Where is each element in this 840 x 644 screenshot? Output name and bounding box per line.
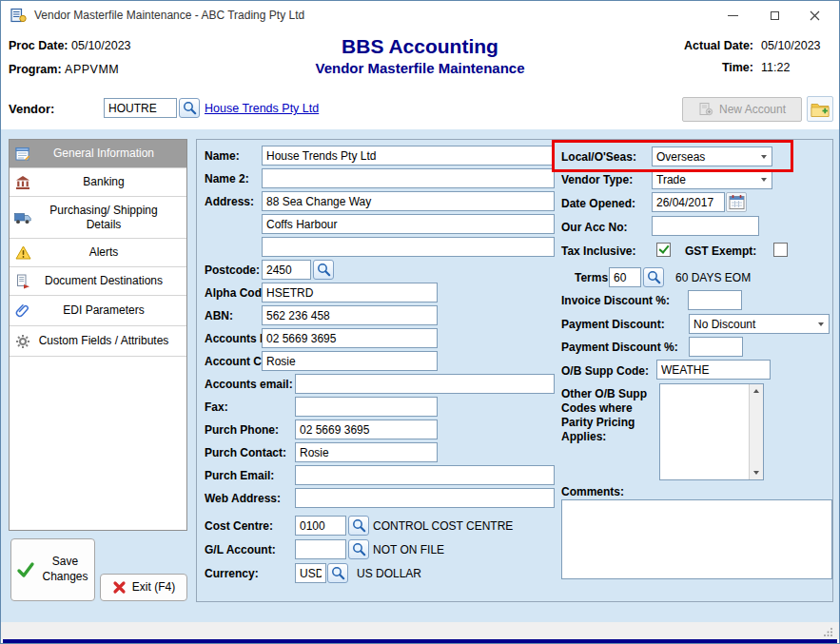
window-title: Vendor Masterfile Maintenance - ABC Trad… — [34, 9, 304, 22]
sidebar-item-custom-fields[interactable]: Custom Fields / Attributes — [10, 326, 186, 357]
sidebar-item-label: Document Destinations — [36, 274, 186, 288]
save-changes-label: Save Changes — [41, 555, 90, 584]
sidebar-item-label: Alerts — [36, 245, 186, 260]
gst-exempt-checkbox[interactable] — [773, 243, 788, 257]
terms-description: 60 DAYS EOM — [675, 271, 751, 284]
web-address-input[interactable] — [295, 488, 555, 508]
gl-account-input[interactable] — [295, 539, 346, 559]
time-label: Time: — [722, 61, 753, 74]
vendor-type-select[interactable]: Trade — [652, 169, 772, 189]
postcode-input[interactable] — [262, 260, 311, 280]
actual-date-label: Actual Date: — [684, 39, 753, 52]
alpha-code-input[interactable] — [262, 283, 438, 302]
resize-grip[interactable] — [824, 627, 833, 636]
local-oseas-value: Overseas — [656, 150, 705, 164]
terms-input[interactable] — [609, 267, 641, 287]
address-label: Address: — [205, 195, 254, 208]
close-button[interactable] — [799, 1, 830, 29]
gl-account-lookup-button[interactable] — [348, 539, 369, 559]
purch-email-input[interactable] — [295, 465, 555, 485]
gl-account-description: NOT ON FILE — [373, 543, 444, 556]
header-right: Actual Date: 05/10/2023 Time: 11:22 — [684, 39, 830, 74]
sidebar-item-label: Banking — [36, 175, 186, 189]
scrollbar[interactable] — [749, 384, 763, 479]
invoice-discount-input[interactable] — [688, 290, 742, 310]
maximize-button[interactable] — [759, 1, 790, 29]
magnifier-icon — [352, 518, 366, 533]
close-icon — [810, 10, 820, 21]
other-ob-supp-field[interactable] — [659, 383, 764, 480]
scroll-down-icon[interactable] — [750, 466, 763, 479]
save-changes-button[interactable]: Save Changes — [10, 538, 95, 601]
vendor-name-link[interactable]: House Trends Pty Ltd — [205, 102, 319, 115]
exit-button[interactable]: Exit (F4) — [100, 574, 187, 601]
maximize-icon — [771, 11, 779, 20]
magnifier-icon — [331, 566, 345, 580]
minimize-button[interactable] — [717, 1, 748, 29]
purch-phone-input[interactable] — [295, 420, 438, 439]
name-input[interactable] — [262, 146, 555, 166]
address3-input[interactable] — [262, 237, 555, 257]
name2-input[interactable] — [262, 168, 555, 188]
document-icon — [10, 274, 36, 289]
comments-textarea[interactable] — [561, 499, 832, 579]
currency-lookup-button[interactable] — [327, 563, 348, 583]
vendor-code-input[interactable] — [104, 98, 177, 118]
web-address-label: Web Address: — [205, 492, 281, 505]
accounts-email-input[interactable] — [295, 374, 555, 394]
name-label: Name: — [205, 149, 240, 163]
truck-icon — [10, 211, 36, 224]
accounts-ph-input[interactable] — [262, 328, 438, 348]
vendor-lookup-button[interactable] — [179, 98, 200, 118]
purch-contact-label: Purch Contact: — [205, 446, 286, 459]
sidebar-item-document-destinations[interactable]: Document Destinations — [10, 267, 186, 296]
sidebar-item-banking[interactable]: Banking — [10, 168, 186, 197]
purch-contact-input[interactable] — [295, 442, 438, 462]
currency-label: Currency: — [205, 567, 259, 580]
gl-account-label: G/L Account: — [205, 543, 276, 556]
postcode-lookup-button[interactable] — [313, 260, 334, 280]
abn-input[interactable] — [262, 305, 438, 325]
minimize-icon — [728, 15, 738, 16]
terms-lookup-button[interactable] — [643, 267, 664, 287]
address2-input[interactable] — [262, 214, 555, 234]
local-oseas-select[interactable]: Overseas — [652, 146, 772, 166]
sidebar-item-general-information[interactable]: General Information — [10, 140, 186, 168]
sidebar-item-edi-parameters[interactable]: EDI Parameters — [10, 296, 186, 326]
time-value: 11:22 — [761, 61, 830, 74]
payment-discount-pct-input[interactable] — [689, 337, 743, 357]
magnifier-icon — [183, 101, 197, 115]
abn-label: ABN: — [205, 309, 233, 322]
vendor-label: Vendor: — [9, 102, 54, 116]
sidebar-item-alerts[interactable]: Alerts — [10, 239, 186, 267]
magnifier-icon — [352, 542, 366, 556]
address1-input[interactable] — [262, 191, 555, 211]
warning-icon — [10, 245, 36, 260]
fax-input[interactable] — [295, 397, 438, 417]
cost-centre-lookup-button[interactable] — [348, 516, 369, 536]
account-cont-input[interactable] — [262, 351, 438, 371]
new-account-button[interactable]: New Account — [682, 97, 802, 122]
tax-inclusive-checkbox[interactable] — [656, 243, 671, 257]
ob-supp-code-input[interactable] — [656, 360, 771, 380]
scroll-up-icon[interactable] — [750, 384, 763, 398]
date-picker-button[interactable] — [726, 192, 747, 212]
date-opened-input[interactable] — [652, 192, 725, 212]
new-account-icon — [698, 102, 713, 117]
gear-icon — [10, 334, 36, 349]
open-folder-button[interactable] — [807, 96, 833, 122]
magnifier-icon — [317, 263, 331, 277]
exit-label: Exit (F4) — [132, 580, 175, 595]
other-ob-supp-label: Other O/B Supp Codes where Parity Pricin… — [561, 387, 654, 444]
save-check-icon — [16, 560, 35, 579]
actual-date-value: 05/10/2023 — [761, 39, 830, 52]
sidebar-item-label: General Information — [36, 146, 186, 161]
currency-input[interactable] — [295, 563, 326, 583]
payment-discount-select[interactable]: No Discount — [689, 314, 830, 334]
comments-label: Comments: — [561, 485, 624, 498]
sidebar-item-purchasing-shipping[interactable]: Purchasing/ Shipping Details — [10, 197, 186, 239]
other-ob-supp-textarea[interactable] — [660, 384, 749, 479]
our-acc-no-input[interactable] — [652, 216, 759, 236]
cost-centre-input[interactable] — [295, 516, 346, 536]
payment-discount-pct-label: Payment Discount %: — [561, 341, 678, 354]
